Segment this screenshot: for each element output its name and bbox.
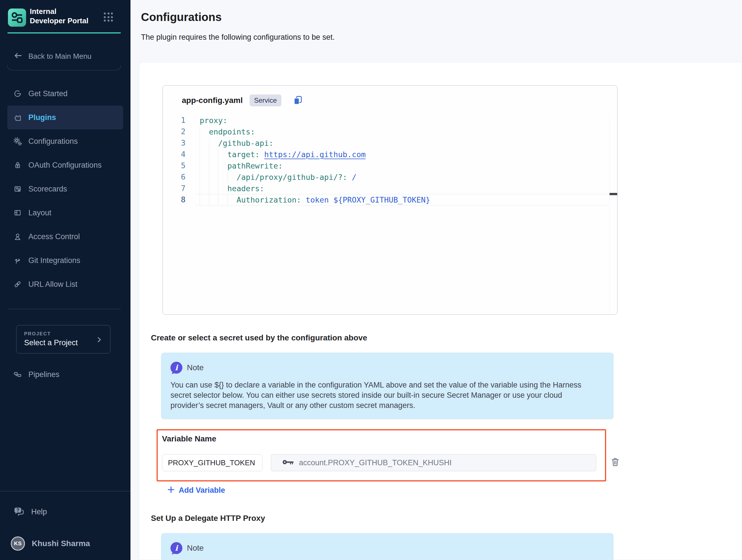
indent-guide (209, 183, 218, 194)
variable-highlight-box: Variable Name ac (157, 429, 606, 481)
configurations-icon (13, 137, 22, 146)
scorecards-icon (13, 185, 22, 194)
sidebar-item-scorecards[interactable]: Scorecards (7, 177, 123, 201)
url-allow-list-icon (13, 280, 22, 289)
configuration-card: app-config.yaml Service 1proxy:2endpoint… (139, 62, 742, 560)
sidebar-item-label: URL Allow List (29, 280, 77, 289)
indent-guide (218, 194, 227, 205)
sidebar-item-pipelines[interactable]: Pipelines (7, 363, 123, 387)
code-line: 8Authorization: token ${PROXY_GITHUB_TOK… (163, 194, 617, 205)
indent-guide (209, 171, 218, 183)
indent-guide (218, 160, 227, 171)
editor-header: app-config.yaml Service (163, 86, 617, 107)
sidebar-nav: Get StartedPluginsConfigurationsOAuth Co… (7, 82, 123, 296)
indent-guide (218, 183, 227, 194)
delete-variable-icon[interactable] (610, 456, 621, 468)
indent-guide (209, 149, 218, 160)
line-number: 4 (163, 149, 186, 160)
back-arrow-icon (13, 51, 23, 61)
code-line: 3/github-api: (163, 137, 617, 149)
back-to-main-menu-button[interactable]: Back to Main Menu (13, 51, 92, 61)
secret-value: account.PROXY_GITHUB_TOKEN_KHUSHI (299, 458, 452, 467)
code-line: 1proxy: (163, 115, 617, 126)
variable-name-label: Variable Name (162, 434, 605, 444)
sidebar-item-plugins[interactable]: Plugins (7, 106, 123, 130)
indent-guide (218, 171, 227, 183)
secret-section-heading: Create or select a secret used by the co… (151, 333, 742, 343)
service-badge: Service (250, 95, 281, 106)
pipelines-icon (13, 370, 22, 379)
sidebar-item-configurations[interactable]: Configurations (7, 130, 123, 153)
cursor-line-marker (610, 193, 617, 195)
note-box: i Note You can use ${} to declare a vari… (161, 353, 614, 419)
sidebar-item-url-allow-list[interactable]: URL Allow List (7, 272, 123, 296)
code-token: Authorization: (236, 196, 306, 204)
plus-icon (167, 486, 175, 495)
secret-selector[interactable]: account.PROXY_GITHUB_TOKEN_KHUSHI (271, 454, 596, 471)
code-line: 4target: https://api.github.com (163, 149, 617, 160)
code-token: proxy: (200, 116, 227, 125)
code-token: headers: (227, 184, 264, 193)
code-area[interactable]: 1proxy:2endpoints:3/github-api:4target: … (163, 115, 617, 205)
sidebar-item-oauth-configurations[interactable]: OAuth Configurations (7, 153, 123, 177)
user-menu[interactable]: KS Khushi Sharma (11, 535, 90, 552)
line-number: 7 (163, 183, 186, 194)
note-body: You can use ${} to declare a variable in… (170, 380, 593, 410)
indent-guide (200, 137, 209, 149)
sidebar-item-label: Plugins (29, 113, 56, 122)
key-icon (282, 458, 295, 467)
sidebar-item-git-integrations[interactable]: Git Integrations (7, 249, 123, 272)
indent-guide (209, 160, 218, 171)
code-token: /api/proxy/github-api/?: (236, 173, 352, 182)
module-grid-icon[interactable] (104, 12, 113, 22)
app-title: Internal Developer Portal (30, 7, 92, 26)
editor-overview-ruler[interactable] (609, 114, 617, 314)
access-control-icon (13, 232, 22, 241)
page-subtitle: The plugin requires the following config… (141, 32, 742, 42)
project-selector[interactable]: PROJECT Select a Project (16, 325, 110, 353)
note-title: Note (187, 363, 204, 372)
indent-guide (209, 194, 218, 205)
add-variable-button[interactable]: Add Variable (167, 486, 742, 495)
code-link[interactable]: https://api.github.com (264, 150, 366, 159)
plugins-icon (13, 113, 22, 122)
sidebar-item-label: Git Integrations (29, 256, 80, 265)
sidebar-item-label: Get Started (29, 89, 67, 98)
sidebar-item-label: Scorecards (29, 185, 67, 194)
oauth-icon (13, 161, 22, 170)
copy-icon[interactable] (293, 95, 303, 106)
layout-icon (13, 208, 22, 217)
sidebar-item-layout[interactable]: Layout (7, 201, 123, 225)
note-title: Note (187, 544, 204, 553)
sidebar-item-label: Configurations (29, 137, 78, 146)
page-title: Configurations (141, 10, 742, 24)
indent-guide (200, 171, 209, 183)
sidebar-item-label: OAuth Configurations (29, 161, 102, 170)
help-chat-icon: ? (13, 506, 24, 518)
sidebar-item-access-control[interactable]: Access Control (7, 225, 123, 249)
indent-guide (227, 194, 237, 205)
app-logo[interactable] (8, 8, 26, 27)
user-name: Khushi Sharma (32, 539, 90, 548)
code-line: 5pathRewrite: (163, 160, 617, 171)
indent-guide (200, 160, 209, 171)
avatar: KS (11, 537, 25, 551)
help-button[interactable]: ? Help (13, 503, 47, 521)
code-line: 6/api/proxy/github-api/?: / (163, 171, 617, 183)
variable-section: Variable Name ac (151, 429, 742, 481)
line-number: 1 (163, 115, 186, 126)
variable-name-input[interactable] (162, 454, 262, 471)
line-number: 5 (163, 160, 186, 171)
note-box-2: i Note (161, 533, 614, 560)
editor-filename: app-config.yaml (182, 96, 243, 105)
code-line: 2endpoints: (163, 126, 617, 137)
code-token: token ${PROXY_GITHUB_TOKEN} (306, 196, 430, 204)
svg-text:?: ? (16, 508, 19, 513)
git-integrations-icon (13, 256, 22, 265)
sidebar-item-label: Layout (29, 208, 51, 217)
sidebar-item-label: Access Control (29, 232, 80, 241)
sidebar-item-get-started[interactable]: Get Started (7, 82, 123, 106)
code-token: /github-api: (218, 139, 273, 148)
code-token: pathRewrite: (227, 161, 283, 170)
info-icon: i (170, 542, 182, 554)
